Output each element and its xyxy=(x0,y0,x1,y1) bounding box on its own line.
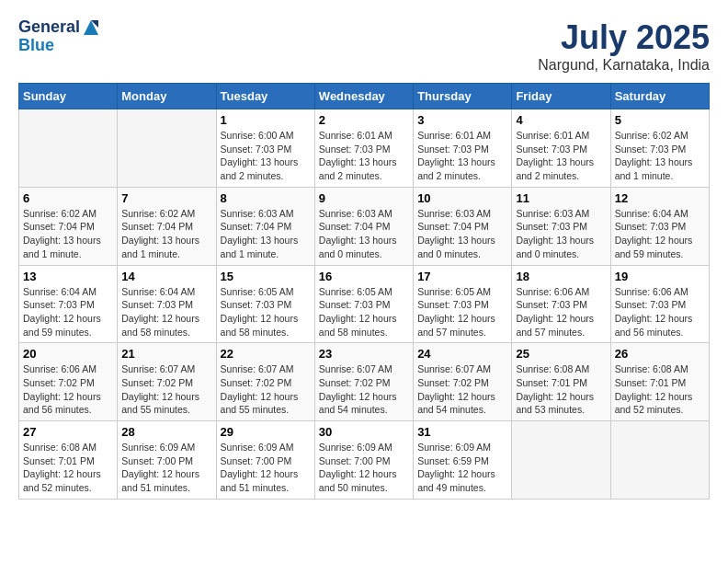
day-number: 22 xyxy=(221,347,311,361)
day-number: 7 xyxy=(121,191,211,205)
day-detail: Sunrise: 6:07 AMSunset: 7:02 PMDaylight:… xyxy=(221,362,311,417)
calendar-cell: 2Sunrise: 6:01 AMSunset: 7:03 PMDaylight… xyxy=(314,109,413,188)
calendar-cell: 24Sunrise: 6:07 AMSunset: 7:02 PMDayligh… xyxy=(414,343,512,421)
calendar-header-thursday: Thursday xyxy=(414,84,512,109)
day-number: 17 xyxy=(417,270,507,283)
calendar-cell: 31Sunrise: 6:09 AMSunset: 6:59 PMDayligh… xyxy=(414,421,512,500)
calendar-cell: 22Sunrise: 6:07 AMSunset: 7:02 PMDayligh… xyxy=(216,343,314,421)
logo-text: GeneralBlue xyxy=(18,18,100,55)
calendar-cell: 6Sunrise: 6:02 AMSunset: 7:04 PMDaylight… xyxy=(19,187,118,265)
day-detail: Sunrise: 6:01 AMSunset: 7:03 PMDaylight:… xyxy=(516,129,606,183)
day-number: 6 xyxy=(23,191,113,205)
day-number: 29 xyxy=(221,425,311,439)
day-detail: Sunrise: 6:03 AMSunset: 7:04 PMDaylight:… xyxy=(319,207,409,261)
day-detail: Sunrise: 6:07 AMSunset: 7:02 PMDaylight:… xyxy=(121,362,211,417)
day-detail: Sunrise: 6:02 AMSunset: 7:04 PMDaylight:… xyxy=(121,207,211,261)
day-number: 19 xyxy=(615,270,705,283)
calendar-header-row: SundayMondayTuesdayWednesdayThursdayFrid… xyxy=(19,84,710,109)
logo: GeneralBlue xyxy=(18,18,100,55)
calendar-header-monday: Monday xyxy=(118,84,216,109)
day-detail: Sunrise: 6:09 AMSunset: 6:59 PMDaylight:… xyxy=(417,441,507,495)
day-number: 15 xyxy=(221,270,311,283)
calendar-week-row: 20Sunrise: 6:06 AMSunset: 7:02 PMDayligh… xyxy=(19,343,710,421)
calendar-cell: 11Sunrise: 6:03 AMSunset: 7:03 PMDayligh… xyxy=(512,187,610,265)
day-number: 18 xyxy=(516,270,606,283)
day-number: 23 xyxy=(319,347,409,361)
day-number: 4 xyxy=(516,113,606,127)
day-number: 31 xyxy=(417,425,507,439)
calendar-cell: 20Sunrise: 6:06 AMSunset: 7:02 PMDayligh… xyxy=(19,343,118,421)
day-detail: Sunrise: 6:06 AMSunset: 7:03 PMDaylight:… xyxy=(516,285,606,339)
day-number: 3 xyxy=(417,113,507,127)
day-number: 27 xyxy=(23,425,113,439)
calendar-cell xyxy=(512,421,610,500)
calendar-cell: 9Sunrise: 6:03 AMSunset: 7:04 PMDaylight… xyxy=(314,187,413,265)
day-detail: Sunrise: 6:08 AMSunset: 7:01 PMDaylight:… xyxy=(23,441,113,495)
calendar-week-row: 13Sunrise: 6:04 AMSunset: 7:03 PMDayligh… xyxy=(19,265,710,343)
subtitle: Nargund, Karnataka, India xyxy=(538,57,710,74)
day-detail: Sunrise: 6:04 AMSunset: 7:03 PMDaylight:… xyxy=(23,285,113,339)
calendar-cell: 16Sunrise: 6:05 AMSunset: 7:03 PMDayligh… xyxy=(314,265,413,343)
day-detail: Sunrise: 6:04 AMSunset: 7:03 PMDaylight:… xyxy=(615,207,705,261)
calendar-cell xyxy=(118,109,216,188)
day-number: 21 xyxy=(121,347,211,361)
day-detail: Sunrise: 6:03 AMSunset: 7:03 PMDaylight:… xyxy=(516,207,606,261)
calendar-cell: 18Sunrise: 6:06 AMSunset: 7:03 PMDayligh… xyxy=(512,265,610,343)
day-number: 1 xyxy=(221,113,311,127)
day-detail: Sunrise: 6:09 AMSunset: 7:00 PMDaylight:… xyxy=(121,441,211,495)
calendar-header-tuesday: Tuesday xyxy=(216,84,314,109)
calendar-cell: 23Sunrise: 6:07 AMSunset: 7:02 PMDayligh… xyxy=(314,343,413,421)
day-number: 11 xyxy=(516,191,606,205)
day-number: 13 xyxy=(23,270,113,283)
calendar-cell: 5Sunrise: 6:02 AMSunset: 7:03 PMDaylight… xyxy=(610,109,709,188)
calendar-header-sunday: Sunday xyxy=(19,84,118,109)
day-detail: Sunrise: 6:03 AMSunset: 7:04 PMDaylight:… xyxy=(221,207,311,261)
day-detail: Sunrise: 6:09 AMSunset: 7:00 PMDaylight:… xyxy=(221,441,311,495)
day-detail: Sunrise: 6:00 AMSunset: 7:03 PMDaylight:… xyxy=(221,129,311,183)
day-number: 9 xyxy=(319,191,409,205)
calendar-header-friday: Friday xyxy=(512,84,610,109)
calendar-cell: 10Sunrise: 6:03 AMSunset: 7:04 PMDayligh… xyxy=(414,187,512,265)
day-number: 14 xyxy=(121,270,211,283)
calendar-cell: 27Sunrise: 6:08 AMSunset: 7:01 PMDayligh… xyxy=(19,421,118,500)
calendar-cell: 8Sunrise: 6:03 AMSunset: 7:04 PMDaylight… xyxy=(216,187,314,265)
day-detail: Sunrise: 6:06 AMSunset: 7:02 PMDaylight:… xyxy=(23,362,113,417)
calendar-week-row: 6Sunrise: 6:02 AMSunset: 7:04 PMDaylight… xyxy=(19,187,710,265)
calendar-cell: 19Sunrise: 6:06 AMSunset: 7:03 PMDayligh… xyxy=(610,265,709,343)
day-detail: Sunrise: 6:05 AMSunset: 7:03 PMDaylight:… xyxy=(417,285,507,339)
day-detail: Sunrise: 6:09 AMSunset: 7:00 PMDaylight:… xyxy=(319,441,409,495)
day-detail: Sunrise: 6:03 AMSunset: 7:04 PMDaylight:… xyxy=(417,207,507,261)
calendar-cell: 7Sunrise: 6:02 AMSunset: 7:04 PMDaylight… xyxy=(118,187,216,265)
calendar-cell xyxy=(19,109,118,188)
calendar-cell: 25Sunrise: 6:08 AMSunset: 7:01 PMDayligh… xyxy=(512,343,610,421)
title-block: July 2025 Nargund, Karnataka, India xyxy=(538,18,710,74)
day-number: 30 xyxy=(319,425,409,439)
calendar-cell: 17Sunrise: 6:05 AMSunset: 7:03 PMDayligh… xyxy=(414,265,512,343)
calendar-cell: 4Sunrise: 6:01 AMSunset: 7:03 PMDaylight… xyxy=(512,109,610,188)
calendar-cell: 1Sunrise: 6:00 AMSunset: 7:03 PMDaylight… xyxy=(216,109,314,188)
day-number: 5 xyxy=(615,113,705,127)
calendar-cell: 26Sunrise: 6:08 AMSunset: 7:01 PMDayligh… xyxy=(610,343,709,421)
day-detail: Sunrise: 6:08 AMSunset: 7:01 PMDaylight:… xyxy=(516,362,606,417)
calendar-cell: 12Sunrise: 6:04 AMSunset: 7:03 PMDayligh… xyxy=(610,187,709,265)
day-detail: Sunrise: 6:05 AMSunset: 7:03 PMDaylight:… xyxy=(319,285,409,339)
day-detail: Sunrise: 6:08 AMSunset: 7:01 PMDaylight:… xyxy=(615,362,705,417)
day-number: 28 xyxy=(121,425,211,439)
day-detail: Sunrise: 6:07 AMSunset: 7:02 PMDaylight:… xyxy=(319,362,409,417)
day-detail: Sunrise: 6:01 AMSunset: 7:03 PMDaylight:… xyxy=(319,129,409,183)
calendar-cell: 15Sunrise: 6:05 AMSunset: 7:03 PMDayligh… xyxy=(216,265,314,343)
calendar-cell: 14Sunrise: 6:04 AMSunset: 7:03 PMDayligh… xyxy=(118,265,216,343)
day-number: 8 xyxy=(221,191,311,205)
day-number: 12 xyxy=(615,191,705,205)
calendar-header-saturday: Saturday xyxy=(610,84,709,109)
calendar-week-row: 1Sunrise: 6:00 AMSunset: 7:03 PMDaylight… xyxy=(19,109,710,188)
logo-blue: Blue xyxy=(18,36,54,54)
calendar-cell: 29Sunrise: 6:09 AMSunset: 7:00 PMDayligh… xyxy=(216,421,314,500)
calendar-week-row: 27Sunrise: 6:08 AMSunset: 7:01 PMDayligh… xyxy=(19,421,710,500)
day-detail: Sunrise: 6:04 AMSunset: 7:03 PMDaylight:… xyxy=(121,285,211,339)
calendar-cell: 13Sunrise: 6:04 AMSunset: 7:03 PMDayligh… xyxy=(19,265,118,343)
day-detail: Sunrise: 6:07 AMSunset: 7:02 PMDaylight:… xyxy=(417,362,507,417)
day-number: 25 xyxy=(516,347,606,361)
page-header: GeneralBlue July 2025 Nargund, Karnataka… xyxy=(18,18,710,74)
calendar-cell: 30Sunrise: 6:09 AMSunset: 7:00 PMDayligh… xyxy=(314,421,413,500)
